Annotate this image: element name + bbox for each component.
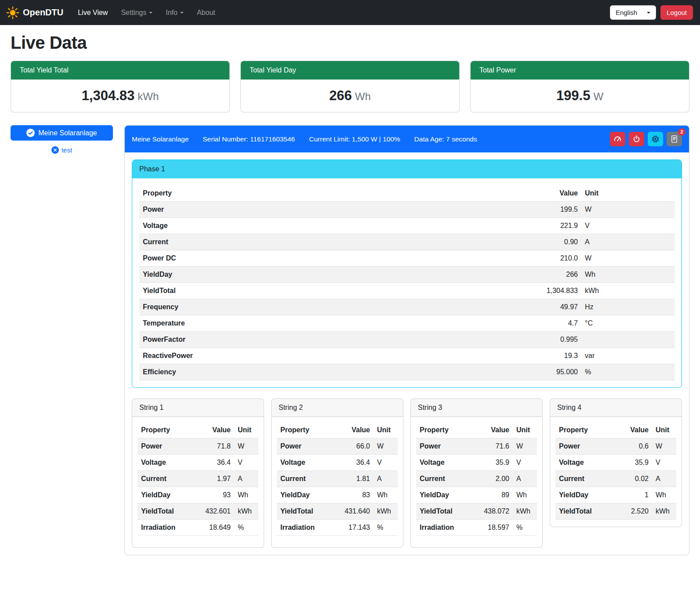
unit-cell: A <box>234 471 258 487</box>
property-cell: Voltage <box>138 455 198 471</box>
property-cell: Power <box>416 438 477 455</box>
string-1-table: Property Value Unit Power <box>138 422 258 536</box>
cpu-chip-icon <box>651 135 660 143</box>
total-power-value: 199.5 <box>556 88 591 103</box>
speedometer-icon <box>613 135 622 143</box>
value-cell: 71.8 <box>198 438 234 455</box>
table-row: Temperature 4.7 °C <box>139 315 675 332</box>
table-row: Current 1.97 A <box>138 471 258 487</box>
unit-cell: kWh <box>581 283 675 299</box>
unit-cell: A <box>374 471 398 487</box>
column-header-unit: Unit <box>513 422 537 438</box>
unit-cell: V <box>652 455 676 471</box>
sidebar-item-test[interactable]: test <box>11 146 113 154</box>
table-row: Irradiation 18.597 % <box>416 520 537 536</box>
value-cell: 2.00 <box>477 471 513 487</box>
chevron-down-icon <box>647 12 650 14</box>
power-button[interactable] <box>629 132 644 146</box>
property-cell: YieldTotal <box>416 503 477 520</box>
property-cell: Current <box>416 471 477 487</box>
nav-item-settings[interactable]: Settings <box>114 5 159 20</box>
value-cell: 2.520 <box>616 503 652 520</box>
table-header-row: Property Value Unit <box>139 185 675 202</box>
string-1-title: String 1 <box>132 399 264 417</box>
property-cell: Power <box>138 438 198 455</box>
column-header-property: Property <box>555 422 616 438</box>
table-row: Voltage 35.9 V <box>555 455 676 471</box>
value-cell: 0.90 <box>522 234 581 250</box>
logout-button[interactable]: Logout <box>660 5 693 20</box>
nav-item-settings-label: Settings <box>121 9 146 17</box>
unit-cell: Wh <box>234 487 258 503</box>
total-yield-total-unit: kWh <box>138 90 159 102</box>
property-cell: Irradiation <box>138 520 198 536</box>
total-yield-day-unit: Wh <box>355 90 371 102</box>
column-header-unit: Unit <box>374 422 398 438</box>
table-header-row: Property Value Unit <box>555 422 676 438</box>
value-cell: 0.6 <box>616 438 652 455</box>
string-4-title: String 4 <box>550 399 682 417</box>
table-row: YieldDay 93 Wh <box>138 487 258 503</box>
table-row: YieldTotal 431.640 kWh <box>277 503 398 520</box>
column-header-unit: Unit <box>234 422 258 438</box>
table-row: YieldDay 89 Wh <box>416 487 537 503</box>
unit-cell: Wh <box>581 267 675 283</box>
page-title: Live Data <box>11 33 689 53</box>
phase-title: Phase 1 <box>132 160 682 178</box>
table-row: PowerFactor 0.995 <box>139 332 675 348</box>
table-row: Current 1.81 A <box>277 471 398 487</box>
value-cell: 266 <box>522 267 581 283</box>
column-header-value: Value <box>616 422 652 438</box>
limit-settings-button[interactable] <box>610 132 625 146</box>
string-3-card: String 3 Property Value Unit <box>410 398 543 548</box>
property-cell: Efficiency <box>139 364 522 380</box>
nav-item-info[interactable]: Info <box>159 5 190 20</box>
property-cell: Current <box>555 471 616 487</box>
language-select[interactable]: English <box>610 5 656 20</box>
table-row: Current 2.00 A <box>416 471 537 487</box>
sidebar-item-meine-solaranlage[interactable]: Meine Solaranlage <box>11 125 113 141</box>
property-cell: YieldDay <box>138 487 198 503</box>
unit-cell: kWh <box>513 503 537 520</box>
unit-cell <box>581 332 675 348</box>
inverter-serial: Serial Number: 116171603546 <box>203 135 295 143</box>
property-cell: Temperature <box>139 315 522 332</box>
nav-links: Live View Settings Info About <box>71 5 222 20</box>
nav-item-about[interactable]: About <box>190 5 222 20</box>
table-row: Power 71.8 W <box>138 438 258 455</box>
table-row: Voltage 35.9 V <box>416 455 537 471</box>
column-header-property: Property <box>277 422 337 438</box>
device-info-button[interactable] <box>648 132 663 146</box>
event-log-button[interactable]: 2 <box>667 132 682 146</box>
value-cell: 93 <box>198 487 234 503</box>
chevron-down-icon <box>149 12 152 14</box>
table-row: Current 0.02 A <box>555 471 676 487</box>
total-yield-day-title: Total Yield Day <box>241 61 459 80</box>
value-cell: 432.601 <box>198 503 234 520</box>
total-yield-total-body: 1,304.83kWh <box>11 80 229 112</box>
property-cell: ReactivePower <box>139 348 522 364</box>
total-yield-total-title: Total Yield Total <box>11 61 229 80</box>
nav-item-live-view[interactable]: Live View <box>71 5 114 20</box>
brand[interactable]: OpenDTU <box>6 6 63 19</box>
property-cell: YieldTotal <box>277 503 337 520</box>
inverter-panel-header: Meine Solaranlage Serial Number: 1161716… <box>125 126 689 152</box>
unit-cell: W <box>374 438 398 455</box>
unit-cell: % <box>374 520 398 536</box>
table-row: Voltage 36.4 V <box>277 455 398 471</box>
property-cell: PowerFactor <box>139 332 522 348</box>
unit-cell: kWh <box>374 503 398 520</box>
property-cell: Voltage <box>277 455 337 471</box>
value-cell: 199.5 <box>522 202 581 218</box>
unit-cell: Hz <box>581 299 675 315</box>
value-cell: 0.995 <box>522 332 581 348</box>
property-cell: YieldDay <box>555 487 616 503</box>
value-cell: 17.143 <box>337 520 374 536</box>
inverter-name: Meine Solaranlage <box>132 135 189 143</box>
table-row: Power 66.0 W <box>277 438 398 455</box>
value-cell: 1.81 <box>337 471 374 487</box>
phase-card: Phase 1 Property Value Unit <box>132 159 682 388</box>
unit-cell: V <box>581 218 675 234</box>
string-4-body: Property Value Unit Power <box>550 417 682 527</box>
column-header-unit: Unit <box>652 422 676 438</box>
